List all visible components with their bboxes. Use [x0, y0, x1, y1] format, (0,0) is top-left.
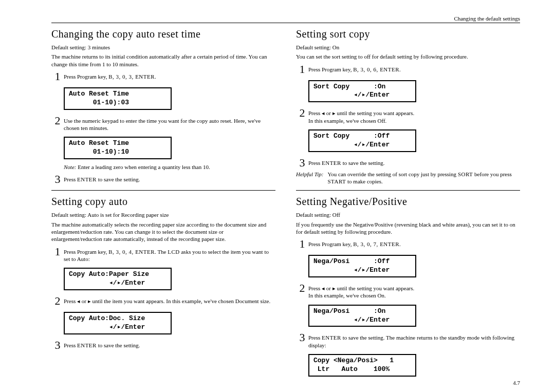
- step-row: 1 Press Program key, B, 3, 0, 3, ENTER.: [51, 71, 275, 82]
- lcd-display: Copy Auto:Paper Size ◂/▸/Enter: [64, 268, 172, 290]
- step-number: 1: [51, 71, 64, 82]
- step-number: 1: [296, 64, 308, 75]
- header-section-title: Changing the default settings: [51, 15, 520, 23]
- step-body: Press ◂ or ▸ until the setting you want …: [308, 283, 520, 300]
- step-number: 3: [296, 157, 308, 169]
- step-number: 1: [51, 246, 64, 257]
- step-row: 3 Press ENTER to save the setting.: [51, 340, 275, 351]
- divider: [51, 190, 275, 191]
- helpful-tip: Helpful Tip: You can override the settin…: [296, 171, 520, 185]
- lcd-display: Copy Auto:Doc. Size ◂/▸/Enter: [64, 312, 172, 334]
- step-number: 2: [296, 107, 308, 119]
- right-column: Setting sort copy Default setting: On Yo…: [296, 26, 520, 380]
- heading-nega-posi: Setting Negative/Positive: [296, 195, 520, 208]
- step-number: 3: [296, 332, 308, 343]
- page-number: 4.7: [51, 380, 520, 386]
- step-body: Press Program key, B, 3, 0, 6, ENTER.: [308, 64, 520, 73]
- lcd-display: Auto Reset Time 01-10):10: [64, 137, 172, 159]
- divider: [296, 190, 520, 191]
- default-setting: Default setting: Auto is set for Recordi…: [51, 211, 275, 218]
- step-number: 3: [51, 340, 64, 351]
- lcd-display: Nega/Posi :Off ◂/▸/Enter: [308, 255, 416, 277]
- step-row: 2 Press ◂ or ▸ until the setting you wan…: [296, 283, 520, 300]
- intro-text: You can set the sort setting to off for …: [296, 53, 520, 60]
- step-row: 1 Press Program key, B, 3, 0, 6, ENTER.: [296, 64, 520, 75]
- intro-text: If you frequently use the Negative/Posit…: [296, 221, 520, 236]
- step-body: Press Program key, B, 3, 0, 4, ENTER. Th…: [64, 246, 275, 263]
- lcd-display: Auto Reset Time 01-10):03: [64, 87, 172, 110]
- step-body: Press ENTER to save the setting.: [64, 340, 275, 349]
- step-number: 2: [51, 295, 64, 307]
- step-body: Press ENTER to save the setting. The mac…: [308, 332, 520, 349]
- note: Note: Enter a leading zero when entering…: [64, 163, 275, 171]
- step-row: 3 Press ENTER to save the setting.: [296, 157, 520, 169]
- step-row: 1 Press Program key, B, 3, 0, 4, ENTER. …: [51, 246, 275, 263]
- step-row: 2 Use the numeric keypad to enter the ti…: [51, 115, 275, 132]
- step-row: 3 Press ENTER to save the setting.: [51, 174, 275, 185]
- default-setting: Default setting: On: [296, 44, 520, 51]
- heading-copy-auto: Setting copy auto: [51, 195, 275, 208]
- default-setting: Default setting: Off: [296, 211, 520, 218]
- lcd-display: Nega/Posi :On ◂/▸/Enter: [308, 305, 416, 327]
- step-row: 2 Press ◂ or ▸ until the setting you wan…: [296, 107, 520, 124]
- step-number: 3: [51, 174, 64, 185]
- step-body: Press ◂ or ▸ until the setting you want …: [308, 107, 520, 124]
- intro-text: The machine returns to its initial condi…: [51, 53, 275, 68]
- columns: Changing the copy auto reset time Defaul…: [51, 26, 520, 380]
- step-number: 2: [296, 283, 308, 294]
- default-setting: Default setting: 3 minutes: [51, 44, 275, 51]
- step-body: Press Program key, B, 3, 0, 7, ENTER.: [308, 238, 520, 248]
- step-row: 1 Press Program key, B, 3, 0, 7, ENTER.: [296, 238, 520, 250]
- intro-text: The machine automatically selects the re…: [51, 221, 275, 243]
- lcd-display: Sort Copy :On ◂/▸/Enter: [308, 80, 416, 103]
- step-number: 1: [296, 238, 308, 250]
- left-column: Changing the copy auto reset time Defaul…: [51, 26, 275, 380]
- step-number: 2: [51, 115, 64, 126]
- lcd-display: Copy <Nega/Posi> 1 Ltr Auto 100%: [308, 354, 416, 377]
- step-row: 3 Press ENTER to save the setting. The m…: [296, 332, 520, 349]
- heading-sort-copy: Setting sort copy: [296, 27, 520, 41]
- step-body: Press ENTER to save the setting.: [308, 157, 520, 166]
- heading-auto-reset: Changing the copy auto reset time: [51, 27, 275, 41]
- step-body: Use the numeric keypad to enter the time…: [64, 115, 275, 132]
- lcd-display: Sort Copy :Off ◂/▸/Enter: [308, 129, 416, 152]
- page: Changing the default settings Changing t…: [0, 0, 555, 392]
- step-row: 2 Press ◂ or ▸ until the item you want a…: [51, 295, 275, 307]
- step-body: Press ENTER to save the setting.: [64, 174, 275, 183]
- step-body: Press ◂ or ▸ until the item you want app…: [64, 295, 275, 305]
- step-body: Press Program key, B, 3, 0, 3, ENTER.: [64, 71, 275, 80]
